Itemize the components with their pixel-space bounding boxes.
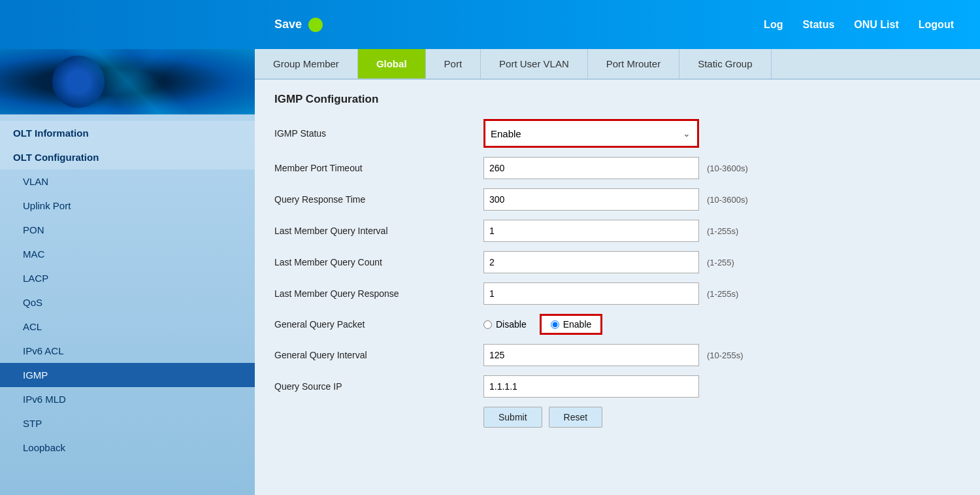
last-member-query-response-label: Last Member Query Response [274, 288, 483, 299]
general-query-packet-enable-text: Enable [563, 319, 592, 330]
tab-global[interactable]: Global [358, 49, 426, 78]
general-query-packet-enable-label[interactable]: Enable [551, 319, 592, 330]
last-member-query-response-input[interactable] [483, 282, 699, 305]
button-row: Submit Reset [483, 407, 960, 428]
last-member-query-response-row: Last Member Query Response (1-255s) [274, 282, 960, 305]
sidebar-item-uplink-port[interactable]: Uplink Port [0, 194, 255, 218]
sidebar: OLT Information OLT Configuration VLAN U… [0, 49, 255, 495]
tab-port-mrouter[interactable]: Port Mrouter [588, 49, 679, 78]
general-query-interval-input[interactable] [483, 344, 699, 366]
last-member-query-count-row: Last Member Query Count (1-255) [274, 251, 960, 273]
last-member-query-interval-hint: (1-255s) [707, 226, 738, 236]
last-member-query-interval-input[interactable] [483, 220, 699, 242]
sidebar-item-lacp[interactable]: LACP [0, 266, 255, 290]
last-member-query-count-hint: (1-255) [707, 258, 734, 267]
status-link[interactable]: Status [802, 19, 834, 31]
sidebar-item-pon[interactable]: PON [0, 218, 255, 242]
general-query-interval-label: General Query Interval [274, 350, 483, 360]
save-section: Save [274, 18, 323, 32]
general-query-packet-disable-label[interactable]: Disable [483, 319, 527, 330]
sidebar-item-qos[interactable]: QoS [0, 290, 255, 315]
content-area: Group Member Global Port Port User VLAN … [255, 49, 980, 495]
tab-port[interactable]: Port [426, 49, 482, 78]
query-response-time-input[interactable] [483, 188, 699, 211]
onu-list-link[interactable]: ONU List [854, 19, 898, 31]
general-query-packet-label: General Query Packet [274, 319, 483, 330]
member-port-timeout-row: Member Port Timeout (10-3600s) [274, 157, 960, 179]
top-bar: Save Log Status ONU List Logout [0, 0, 980, 49]
general-query-packet-disable-text: Disable [496, 319, 527, 330]
sidebar-item-ipv6-acl[interactable]: IPv6 ACL [0, 339, 255, 363]
last-member-query-interval-label: Last Member Query Interval [274, 226, 483, 236]
query-source-ip-label: Query Source IP [274, 381, 483, 392]
log-link[interactable]: Log [764, 19, 783, 31]
sidebar-item-acl[interactable]: ACL [0, 315, 255, 339]
form-area: IGMP Configuration IGMP Status Enable Di… [255, 80, 980, 441]
general-query-interval-hint: (10-255s) [707, 350, 743, 360]
main-layout: OLT Information OLT Configuration VLAN U… [0, 49, 980, 495]
general-query-packet-row: General Query Packet Disable Enable [274, 314, 960, 335]
igmp-status-select[interactable]: Enable Disable [485, 121, 697, 146]
sidebar-item-olt-information[interactable]: OLT Information [0, 121, 255, 145]
general-query-interval-row: General Query Interval (10-255s) [274, 344, 960, 366]
last-member-query-response-hint: (1-255s) [707, 289, 738, 299]
submit-button[interactable]: Submit [483, 407, 542, 428]
general-query-packet-enable-radio[interactable] [551, 320, 559, 329]
sidebar-item-loopback[interactable]: Loopback [0, 435, 255, 460]
query-response-time-row: Query Response Time (10-3600s) [274, 188, 960, 211]
sidebar-item-stp[interactable]: STP [0, 411, 255, 435]
query-source-ip-input[interactable] [483, 375, 699, 398]
reset-button[interactable]: Reset [549, 407, 603, 428]
sidebar-item-olt-configuration[interactable]: OLT Configuration [0, 145, 255, 169]
query-response-time-label: Query Response Time [274, 194, 483, 205]
query-response-time-hint: (10-3600s) [707, 195, 748, 205]
tab-static-group[interactable]: Static Group [679, 49, 771, 78]
nav-links: Log Status ONU List Logout [764, 19, 954, 31]
sidebar-content: OLT Information OLT Configuration VLAN U… [0, 114, 255, 460]
sidebar-item-ipv6-mld[interactable]: IPv6 MLD [0, 387, 255, 411]
tab-port-user-vlan[interactable]: Port User VLAN [481, 49, 588, 78]
form-title: IGMP Configuration [274, 93, 960, 106]
status-dot [308, 18, 323, 32]
query-source-ip-row: Query Source IP [274, 375, 960, 398]
member-port-timeout-input[interactable] [483, 157, 699, 179]
last-member-query-interval-row: Last Member Query Interval (1-255s) [274, 220, 960, 242]
last-member-query-count-label: Last Member Query Count [274, 257, 483, 267]
member-port-timeout-label: Member Port Timeout [274, 163, 483, 173]
logout-link[interactable]: Logout [919, 19, 954, 31]
general-query-packet-group: Disable Enable [483, 314, 602, 335]
last-member-query-count-input[interactable] [483, 251, 699, 273]
member-port-timeout-hint: (10-3600s) [707, 163, 748, 173]
sidebar-item-vlan[interactable]: VLAN [0, 169, 255, 194]
tab-bar: Group Member Global Port Port User VLAN … [255, 49, 980, 80]
general-query-packet-disable-radio[interactable] [483, 320, 492, 329]
general-query-packet-enable-wrapper: Enable [540, 314, 603, 335]
save-button[interactable]: Save [274, 18, 302, 31]
tab-group-member[interactable]: Group Member [255, 49, 358, 78]
igmp-status-select-wrapper: Enable Disable ⌄ [483, 119, 699, 148]
igmp-status-row: IGMP Status Enable Disable ⌄ [274, 119, 960, 148]
sidebar-item-mac[interactable]: MAC [0, 242, 255, 266]
igmp-status-label: IGMP Status [274, 128, 483, 139]
sidebar-item-igmp[interactable]: IGMP [0, 363, 255, 387]
sidebar-hero-image [0, 49, 255, 114]
